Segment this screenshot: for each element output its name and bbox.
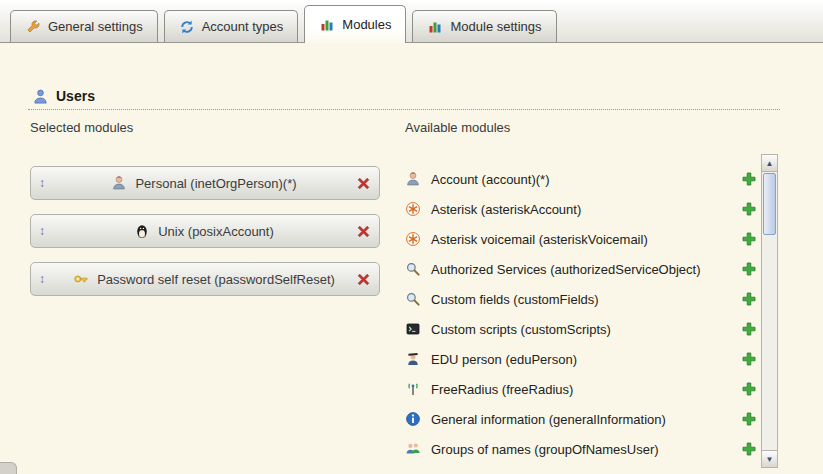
selected-modules-column: Selected modules ↕ Personal (inetOrgPers… [30, 120, 380, 310]
tab-bar: General settings Account types Modules M… [0, 0, 823, 43]
person-icon [111, 175, 127, 191]
section-title: Users [56, 88, 95, 104]
tab-label: Module settings [450, 19, 541, 34]
available-module-row: Asterisk voicemail (asteriskVoicemail) [405, 224, 757, 254]
penguin-icon [134, 223, 150, 239]
scrollbar-up-button[interactable]: ▲ [762, 155, 777, 172]
add-module-button[interactable] [741, 351, 757, 367]
antenna-icon [405, 381, 421, 397]
window-corner-artifact [0, 462, 17, 474]
remove-module-button[interactable] [355, 223, 371, 239]
delete-x-icon [355, 175, 371, 191]
available-module-label: Account (account)(*) [431, 172, 550, 187]
add-module-button[interactable] [741, 231, 757, 247]
scroll-up-arrow-icon: ▲ [766, 159, 774, 168]
plus-icon [741, 411, 757, 427]
script-icon [405, 321, 421, 337]
available-module-row: General information (generalInformation) [405, 404, 757, 434]
plus-icon [741, 171, 757, 187]
plus-icon [741, 261, 757, 277]
available-module-label: Authorized Services (authorizedServiceOb… [431, 262, 701, 277]
available-module-row: Custom scripts (customScripts) [405, 314, 757, 344]
available-modules-column: Available modules Account (account)(*) A… [405, 120, 757, 464]
available-module-label: Custom fields (customFields) [431, 292, 599, 307]
section-divider [28, 109, 780, 110]
add-module-button[interactable] [741, 291, 757, 307]
available-module-row: Custom fields (customFields) [405, 284, 757, 314]
available-module-row: Account (account)(*) [405, 164, 757, 194]
add-module-button[interactable] [741, 321, 757, 337]
add-module-button[interactable] [741, 411, 757, 427]
add-module-button[interactable] [741, 201, 757, 217]
tab-module-settings[interactable]: Module settings [412, 10, 556, 42]
graduate-icon [405, 351, 421, 367]
add-module-button[interactable] [741, 381, 757, 397]
lam-configuration-screen: General settings Account types Modules M… [0, 0, 823, 474]
modules-icon [319, 17, 335, 33]
user-icon [32, 88, 48, 104]
scrollbar-thumb[interactable] [763, 173, 776, 235]
available-modules-heading: Available modules [405, 120, 757, 136]
asterisk-icon [405, 231, 421, 247]
available-module-label: Custom scripts (customScripts) [431, 322, 611, 337]
add-module-button[interactable] [741, 261, 757, 277]
magnifier-icon [405, 291, 421, 307]
selected-module-row[interactable]: ↕ Password self reset (passwordSelfReset… [30, 262, 380, 296]
available-module-label: EDU person (eduPerson) [431, 352, 577, 367]
available-module-row: FreeRadius (freeRadius) [405, 374, 757, 404]
drag-handle-icon[interactable]: ↕ [39, 273, 53, 285]
group-icon [405, 441, 421, 457]
person-icon [405, 171, 421, 187]
tab-modules[interactable]: Modules [304, 5, 406, 43]
selected-module-row[interactable]: ↕ Unix (posixAccount) [30, 214, 380, 248]
refresh-icon [179, 19, 195, 35]
delete-x-icon [355, 223, 371, 239]
key-icon [73, 271, 89, 287]
tab-account-types[interactable]: Account types [164, 10, 299, 42]
available-module-row: Asterisk (asteriskAccount) [405, 194, 757, 224]
drag-handle-icon[interactable]: ↕ [39, 177, 53, 189]
plus-icon [741, 381, 757, 397]
available-module-row: Groups of names (groupOfNamesUser) [405, 434, 757, 464]
available-module-label: Asterisk voicemail (asteriskVoicemail) [431, 232, 648, 247]
wrench-icon [25, 19, 41, 35]
delete-x-icon [355, 271, 371, 287]
selected-module-label: Unix (posixAccount) [158, 224, 274, 239]
add-module-button[interactable] [741, 441, 757, 457]
add-module-button[interactable] [741, 171, 757, 187]
magnifier-icon [405, 261, 421, 277]
info-icon [405, 411, 421, 427]
plus-icon [741, 291, 757, 307]
selected-modules-heading: Selected modules [30, 120, 380, 136]
asterisk-icon [405, 201, 421, 217]
tab-label: Account types [202, 19, 284, 34]
tab-label: Modules [342, 17, 391, 32]
available-module-row: Authorized Services (authorizedServiceOb… [405, 254, 757, 284]
plus-icon [741, 231, 757, 247]
plus-icon [741, 321, 757, 337]
selected-module-row[interactable]: ↕ Personal (inetOrgPerson)(*) [30, 166, 380, 200]
scroll-down-arrow-icon: ▼ [766, 455, 774, 464]
drag-handle-icon[interactable]: ↕ [39, 225, 53, 237]
available-module-label: General information (generalInformation) [431, 412, 666, 427]
plus-icon [741, 351, 757, 367]
plus-icon [741, 201, 757, 217]
selected-module-label: Password self reset (passwordSelfReset) [97, 272, 335, 287]
available-modules-scrollbar[interactable]: ▲ ▼ [761, 154, 778, 468]
available-module-label: Groups of names (groupOfNamesUser) [431, 442, 659, 457]
tab-label: General settings [48, 19, 143, 34]
available-module-label: Asterisk (asteriskAccount) [431, 202, 581, 217]
tab-general-settings[interactable]: General settings [10, 10, 158, 42]
remove-module-button[interactable] [355, 271, 371, 287]
plus-icon [741, 441, 757, 457]
selected-module-label: Personal (inetOrgPerson)(*) [135, 176, 296, 191]
remove-module-button[interactable] [355, 175, 371, 191]
available-module-row: EDU person (eduPerson) [405, 344, 757, 374]
scrollbar-down-button[interactable]: ▼ [762, 450, 777, 467]
available-module-label: FreeRadius (freeRadius) [431, 382, 573, 397]
section-header: Users [32, 88, 95, 104]
modules-icon [427, 19, 443, 35]
